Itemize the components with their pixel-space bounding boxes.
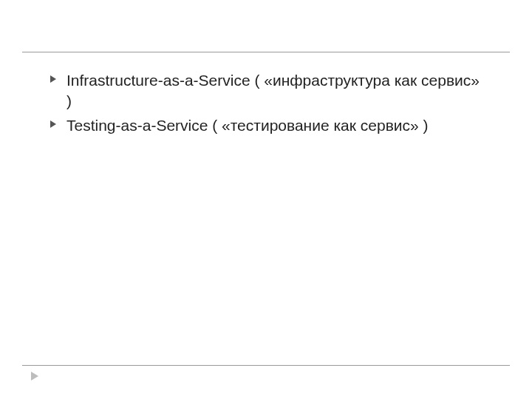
bottom-divider [22,365,510,366]
slide-body: Infrastructure-as-a-Service ( «инфрастру… [0,0,532,399]
list-item: Testing-as-a-Service ( «тестирование как… [50,115,488,136]
list-item: Infrastructure-as-a-Service ( «инфрастру… [50,70,488,112]
top-divider [22,52,510,52]
triangle-bullet-icon [50,75,56,83]
list-item-text: Testing-as-a-Service ( «тестирование как… [66,117,429,134]
triangle-bullet-icon [50,120,56,128]
bullet-list: Infrastructure-as-a-Service ( «инфрастру… [37,70,488,136]
list-item-text: Infrastructure-as-a-Service ( «инфрастру… [66,72,480,109]
corner-triangle-icon [31,372,38,381]
